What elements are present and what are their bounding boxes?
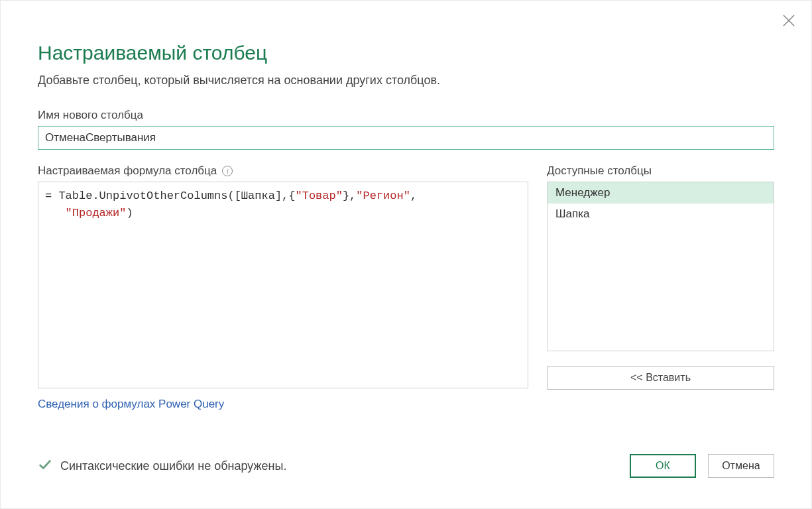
- formula-str1: "Товар": [295, 190, 342, 202]
- new-column-name-input[interactable]: [38, 126, 774, 150]
- power-query-help-link[interactable]: Сведения о формулах Power Query: [38, 398, 528, 411]
- formula-col: Шапка: [241, 190, 275, 202]
- close-icon[interactable]: [781, 13, 797, 28]
- formula-str3: "Продажи": [66, 207, 127, 219]
- available-columns-label: Доступные столбцы: [547, 164, 774, 178]
- insert-button[interactable]: << Вставить: [547, 366, 774, 390]
- dialog-title: Настраиваемый столбец: [38, 42, 774, 64]
- formula-prefix: =: [45, 190, 58, 202]
- new-column-label: Имя нового столбца: [38, 109, 774, 122]
- ok-button[interactable]: ОК: [630, 454, 696, 478]
- formula-str2: "Регион": [356, 190, 410, 202]
- info-icon[interactable]: i: [222, 166, 233, 176]
- available-columns-list[interactable]: Менеджер Шапка: [547, 182, 774, 351]
- dialog-subtitle: Добавьте столбец, который вычисляется на…: [38, 74, 774, 87]
- status-bar: Синтаксические ошибки не обнаружены.: [38, 457, 286, 475]
- formula-label: Настраиваемая формула столбца: [38, 164, 217, 178]
- formula-editor[interactable]: = Table.UnpivotOtherColumns([Шапка],{"То…: [38, 182, 528, 388]
- custom-column-dialog: Настраиваемый столбец Добавьте столбец, …: [0, 0, 812, 509]
- cancel-button[interactable]: Отмена: [708, 454, 774, 478]
- available-column-item[interactable]: Менеджер: [548, 182, 774, 203]
- available-column-item[interactable]: Шапка: [548, 203, 774, 225]
- status-text: Синтаксические ошибки не обнаружены.: [60, 459, 286, 473]
- check-icon: [38, 457, 52, 475]
- formula-fn: Table.UnpivotOtherColumns: [58, 190, 227, 202]
